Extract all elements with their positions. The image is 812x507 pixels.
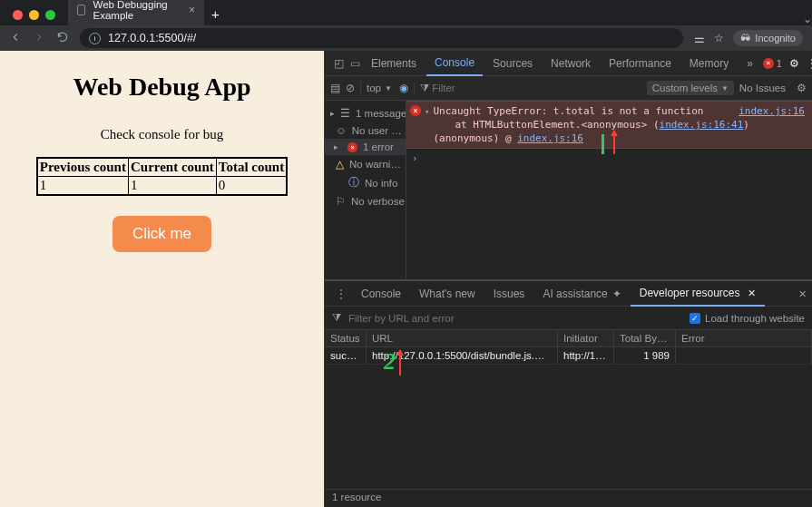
- live-expr-icon[interactable]: ◉: [399, 82, 408, 94]
- issues-badge[interactable]: No Issues: [739, 83, 786, 93]
- console-output: × Uncaught TypeError: t.total is not a f…: [406, 101, 812, 279]
- sidebar-messages[interactable]: ☰1 message: [325, 104, 406, 122]
- back-button[interactable]: [9, 31, 22, 46]
- error-icon: ×: [410, 105, 421, 116]
- address-bar[interactable]: i 127.0.0.1:5500/#/: [80, 28, 683, 48]
- incognito-badge[interactable]: 🕶 Incognito: [733, 30, 803, 46]
- th-prev: Previous count: [37, 158, 129, 177]
- browser-tab[interactable]: Web Debugging Example ×: [68, 0, 204, 25]
- window-controls[interactable]: [7, 10, 61, 25]
- maximize-window-dot[interactable]: [45, 10, 55, 20]
- filter-icon: [420, 83, 429, 93]
- th-url[interactable]: URL: [367, 330, 558, 346]
- th-total: Total count: [216, 158, 287, 177]
- close-tab-icon[interactable]: ×: [189, 4, 195, 16]
- page-subtitle: Check console for bug: [101, 127, 223, 142]
- td-status: success: [325, 347, 367, 364]
- console-settings-icon[interactable]: [797, 82, 807, 94]
- reload-button[interactable]: [56, 31, 69, 46]
- sparkle-icon: ✦: [612, 288, 621, 300]
- new-tab-button[interactable]: +: [211, 6, 220, 25]
- close-drawer-tab-icon[interactable]: [748, 287, 756, 299]
- clear-console-icon[interactable]: ⊘: [346, 82, 355, 94]
- drawer-tab-devres[interactable]: Developer resources: [631, 281, 766, 307]
- checkbox-icon: ✓: [690, 313, 700, 324]
- incognito-icon: 🕶: [740, 33, 750, 44]
- click-me-button[interactable]: Click me: [113, 216, 211, 252]
- stack-link-2[interactable]: index.js:16: [517, 132, 583, 144]
- settings-icon[interactable]: [789, 57, 799, 70]
- error-count: 1: [777, 58, 782, 69]
- td-total: 0: [216, 177, 287, 196]
- forward-button[interactable]: [33, 31, 45, 46]
- console-error-entry[interactable]: × Uncaught TypeError: t.total is not a f…: [406, 101, 812, 149]
- td-curr: 1: [128, 177, 216, 196]
- tab-network[interactable]: Network: [543, 52, 599, 75]
- error-badge[interactable]: × 1: [763, 58, 782, 69]
- sidebar-user[interactable]: ☺No user …: [325, 122, 406, 139]
- page-title: Web Debug App: [73, 73, 250, 102]
- count-table: Previous count Current count Total count…: [36, 157, 288, 196]
- console-prompt[interactable]: [406, 149, 812, 168]
- resource-filter-input[interactable]: [348, 313, 682, 324]
- console-sidebar: ☰1 message ☺No user … ×1 error △No warni…: [325, 101, 406, 279]
- devtools-drawer: Console What's new Issues AI assistance …: [325, 279, 812, 507]
- sidebar-warnings[interactable]: △No warni…: [325, 155, 406, 173]
- url-text: 127.0.0.1:5500/#/: [108, 32, 196, 44]
- td-bytes: 1 989: [614, 347, 676, 364]
- th-error[interactable]: Error: [676, 330, 812, 346]
- sidebar-info[interactable]: ⓘNo info: [325, 173, 406, 192]
- stack-link-1[interactable]: index.js:16:41: [660, 119, 744, 131]
- bookmark-icon[interactable]: ☆: [714, 32, 724, 44]
- console-filter-input[interactable]: [432, 83, 504, 93]
- tune-icon[interactable]: ⚌: [694, 32, 705, 45]
- site-info-icon[interactable]: i: [89, 33, 101, 44]
- error-dot-icon: ×: [763, 58, 774, 69]
- tab-memory[interactable]: Memory: [681, 52, 737, 75]
- tabs-overflow-icon[interactable]: ⌄: [803, 13, 812, 25]
- drawer-more-icon[interactable]: [330, 288, 352, 300]
- drawer-tab-console[interactable]: Console: [352, 282, 410, 306]
- drawer-tab-bar: Console What's new Issues AI assistance …: [325, 281, 812, 307]
- tab-title: Web Debugging Example: [93, 0, 181, 21]
- incognito-label: Incognito: [755, 33, 796, 44]
- more-icon[interactable]: [807, 57, 812, 70]
- table-header: Status URL Initiator Total Bytes Error: [325, 330, 812, 347]
- device-icon[interactable]: ▭: [347, 57, 361, 70]
- drawer-status-bar: 1 resource: [325, 489, 812, 507]
- close-window-dot[interactable]: [13, 10, 23, 20]
- tab-performance[interactable]: Performance: [601, 52, 680, 75]
- sidebar-toggle-icon[interactable]: ▤: [330, 82, 340, 94]
- tab-sources[interactable]: Sources: [484, 52, 541, 75]
- load-through-checkbox[interactable]: ✓ Load through website: [690, 313, 805, 324]
- minimize-window-dot[interactable]: [29, 10, 39, 20]
- td-initiator: http://127.0…: [558, 347, 614, 364]
- context-selector[interactable]: top ▼ ◉: [360, 82, 408, 94]
- tab-elements[interactable]: Elements: [363, 52, 425, 75]
- log-levels-selector[interactable]: Custom levels ▼: [647, 81, 734, 95]
- console-toolbar: ▤ ⊘ top ▼ ◉ Custom levels ▼ No Issues: [325, 76, 812, 101]
- drawer-tab-whatsnew[interactable]: What's new: [410, 282, 484, 306]
- th-status[interactable]: Status: [325, 330, 367, 346]
- drawer-tab-ai[interactable]: AI assistance ✦: [533, 282, 630, 306]
- drawer-tab-issues[interactable]: Issues: [484, 282, 534, 306]
- th-bytes[interactable]: Total Bytes: [614, 330, 676, 346]
- sidebar-verbose[interactable]: ⚐No verbose: [325, 192, 406, 210]
- resource-table: Status URL Initiator Total Bytes Error s…: [325, 330, 812, 489]
- source-link[interactable]: index.js:16: [739, 104, 805, 118]
- table-row[interactable]: success http://127.0.0.1:5500/dist/bundl…: [325, 347, 812, 365]
- th-curr: Current count: [128, 158, 216, 177]
- inspect-icon[interactable]: ◰: [330, 57, 345, 70]
- devtools-panel: ◰ ▭ Elements Console Sources Network Per…: [324, 51, 812, 507]
- td-url: http://127.0.0.1:5500/dist/bundle.js.map: [367, 347, 558, 364]
- th-initiator[interactable]: Initiator: [558, 330, 614, 346]
- rendered-page: Web Debug App Check console for bug Prev…: [0, 51, 324, 507]
- sidebar-errors[interactable]: ×1 error: [325, 139, 406, 155]
- td-error: [676, 347, 812, 364]
- tab-more[interactable]: »: [739, 52, 761, 75]
- close-drawer-icon[interactable]: [798, 288, 807, 300]
- tab-console[interactable]: Console: [426, 51, 483, 76]
- filter-icon: [332, 312, 341, 324]
- drawer-filter-bar: ✓ Load through website: [325, 307, 812, 330]
- expand-icon[interactable]: [425, 105, 429, 119]
